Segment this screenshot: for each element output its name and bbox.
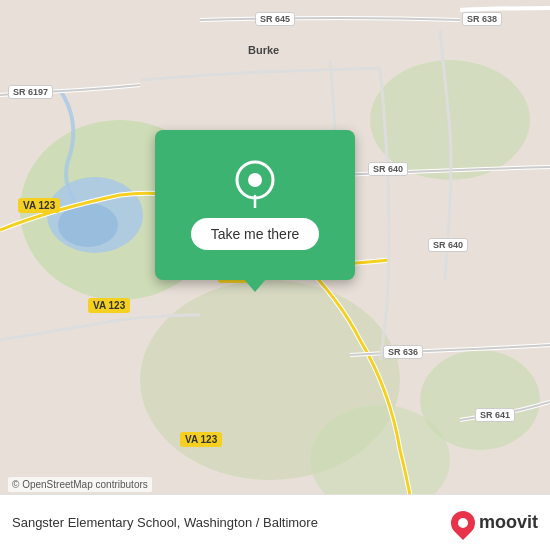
road-label-va123-1: VA 123 xyxy=(18,198,60,213)
take-me-there-button[interactable]: Take me there xyxy=(191,218,320,250)
map-container: SR 645 SR 638 SR 6197 VA 123 VA 123 VA 2… xyxy=(0,0,550,550)
road-label-sr640-2: SR 640 xyxy=(428,238,468,252)
road-label-va123-3: VA 123 xyxy=(180,432,222,447)
road-label-sr640-1: SR 640 xyxy=(368,162,408,176)
road-label-sr645: SR 645 xyxy=(255,12,295,26)
popup-card: Take me there xyxy=(155,130,355,280)
road-label-va123-2: VA 123 xyxy=(88,298,130,313)
road-label-sr638: SR 638 xyxy=(462,12,502,26)
location-name: Sangster Elementary School, Washington /… xyxy=(12,515,451,530)
place-label-burke: Burke xyxy=(248,44,279,56)
road-label-sr641: SR 641 xyxy=(475,408,515,422)
map-attribution: © OpenStreetMap contributors xyxy=(8,477,152,492)
moovit-pin-icon xyxy=(446,506,480,540)
moovit-logo: moovit xyxy=(451,511,538,535)
road-label-sr636: SR 636 xyxy=(383,345,423,359)
location-pin-icon xyxy=(231,160,279,208)
moovit-text: moovit xyxy=(479,512,538,533)
road-label-sr6197: SR 6197 xyxy=(8,85,53,99)
bottom-bar: Sangster Elementary School, Washington /… xyxy=(0,494,550,550)
svg-point-8 xyxy=(248,173,262,187)
